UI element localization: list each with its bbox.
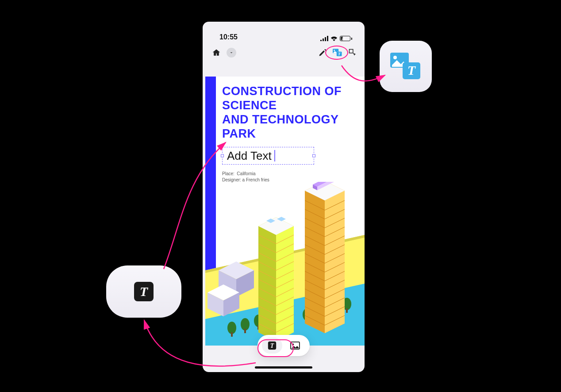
svg-point-15 [241, 318, 250, 331]
text-tool-button[interactable]: T [262, 338, 282, 354]
status-indicators: 24 [320, 36, 352, 41]
text-caret [274, 150, 275, 161]
highlighter-icon[interactable] [318, 48, 327, 58]
cellular-icon [320, 36, 328, 41]
add-text-field[interactable]: Add Text [222, 147, 314, 165]
image-tool-button[interactable] [285, 338, 305, 354]
selection-tool-icon[interactable] [348, 48, 357, 58]
svg-text:T: T [407, 63, 416, 77]
status-bar: 10:55 24 [203, 22, 365, 43]
svg-point-97 [393, 56, 397, 59]
image-text-mode-icon[interactable]: T [333, 48, 342, 58]
add-text-label: Add Text [227, 149, 272, 163]
svg-rect-28 [346, 308, 348, 313]
resize-handle-left[interactable] [221, 154, 224, 158]
battery-indicator: 24 [340, 36, 352, 41]
status-time: 10:55 [219, 33, 238, 41]
bottom-tool-bar: T [257, 335, 310, 356]
callout-text-tool: T [106, 265, 181, 318]
callout-image-text-mode: T [380, 41, 432, 92]
svg-point-13 [227, 322, 236, 334]
svg-rect-14 [231, 332, 233, 337]
resize-handle-right[interactable] [312, 154, 315, 158]
phone-mockup: 10:55 24 [203, 22, 365, 372]
document-page[interactable]: CONSTRUCTION OF SCIENCE AND TECHNOLOGY P… [205, 77, 365, 346]
wifi-icon [330, 36, 338, 41]
chevron-down-icon[interactable] [227, 48, 236, 58]
svg-text:T: T [270, 342, 274, 349]
home-indicator [255, 366, 312, 369]
svg-text:T: T [338, 52, 341, 56]
svg-text:T: T [140, 284, 149, 299]
city-illustration [205, 182, 365, 346]
doc-title: CONSTRUCTION OF SCIENCE AND TECHNOLOGY P… [222, 85, 360, 141]
svg-point-1 [334, 50, 335, 51]
svg-point-95 [292, 344, 294, 346]
top-toolbar: T [203, 43, 365, 62]
svg-rect-16 [244, 329, 246, 333]
home-icon[interactable] [211, 48, 221, 58]
